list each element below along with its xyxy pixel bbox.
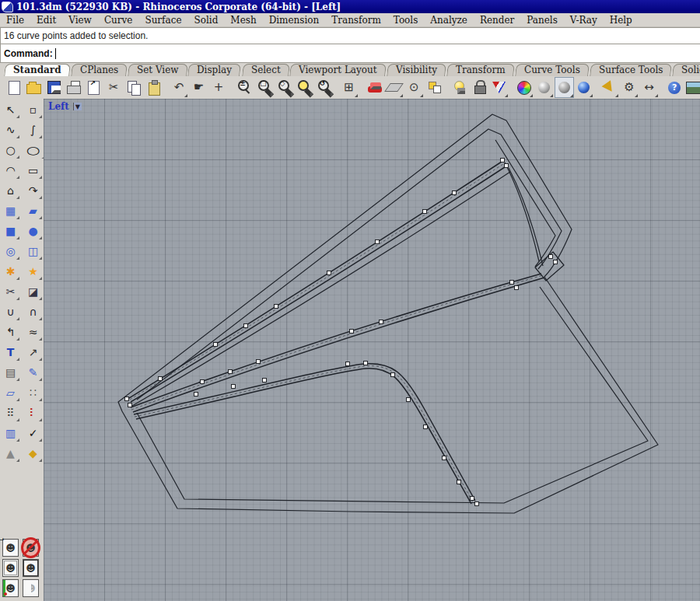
open-file-icon[interactable] — [25, 77, 44, 98]
menu-panels[interactable]: Panels — [520, 15, 564, 26]
tab-display[interactable]: Display — [188, 64, 242, 76]
command-line[interactable]: Command: — [0, 44, 700, 63]
render-full-icon[interactable] — [575, 77, 594, 98]
lightbulb-icon[interactable] — [450, 77, 469, 98]
control-point[interactable] — [159, 377, 163, 381]
block-icon[interactable]: ▤ — [1, 362, 20, 382]
control-point[interactable] — [364, 362, 368, 365]
render-shaded-icon[interactable] — [555, 77, 574, 98]
control-point[interactable] — [505, 164, 509, 168]
copy-icon[interactable] — [124, 77, 143, 98]
control-point[interactable] — [244, 324, 248, 328]
boolean-union-icon[interactable]: ∪ — [1, 302, 20, 321]
menu-curve[interactable]: Curve — [98, 15, 139, 26]
save-icon[interactable] — [44, 77, 64, 98]
color-wheel-icon[interactable] — [515, 77, 534, 98]
viewport-title[interactable]: Left ▼ — [48, 101, 82, 112]
control-point[interactable] — [214, 343, 218, 347]
left-viewport[interactable]: Left ▼ — [44, 99, 700, 601]
boolean-solid-icon[interactable]: ◫ — [23, 241, 43, 260]
control-point[interactable] — [515, 286, 519, 290]
control-point[interactable] — [232, 385, 236, 389]
set-cplane-icon[interactable] — [384, 77, 404, 98]
pan-hand-icon[interactable]: ☛ — [189, 77, 208, 98]
menu-solid[interactable]: Solid — [188, 15, 225, 26]
cone-icon[interactable]: ◆ — [23, 443, 43, 463]
arc-icon[interactable]: ◠ — [1, 160, 20, 180]
control-point[interactable] — [376, 240, 380, 244]
zoom-window-icon[interactable]: □ — [254, 77, 274, 98]
control-point[interactable] — [424, 425, 428, 429]
tab-viewport-layout[interactable]: Viewport Layout — [290, 64, 387, 76]
check-selection-icon[interactable]: ✓ — [23, 423, 43, 442]
control-point[interactable] — [229, 370, 233, 374]
tab-visibility[interactable]: Visibility — [387, 64, 446, 76]
menu-tools[interactable]: Tools — [387, 15, 425, 26]
polyline-icon[interactable]: ∿ — [1, 120, 20, 139]
control-point[interactable] — [128, 404, 132, 407]
menu-render[interactable]: Render — [474, 15, 520, 26]
blend-curve-icon[interactable]: ↷ — [23, 180, 43, 200]
show-points-icon[interactable]: ☻ — [2, 579, 19, 597]
offset-surface-icon[interactable]: ▱ — [1, 383, 20, 402]
layer-objects-icon[interactable] — [425, 77, 444, 98]
menu-transform[interactable]: Transform — [325, 15, 387, 26]
array-icon[interactable]: ⠿ — [1, 403, 20, 422]
hide-icon[interactable]: ☻ — [23, 539, 39, 557]
control-point[interactable] — [549, 255, 553, 259]
box-icon[interactable]: ■ — [1, 221, 20, 240]
render-wireframe-icon[interactable] — [534, 77, 554, 98]
control-point[interactable] — [453, 191, 457, 195]
control-point[interactable] — [194, 393, 198, 397]
zoom-selected-icon[interactable] — [294, 77, 313, 98]
viewport-dropdown-icon[interactable]: ▼ — [73, 103, 82, 110]
named-view-icon[interactable] — [365, 77, 384, 98]
surface-from-points-icon[interactable]: ▦ — [1, 201, 20, 220]
help-icon[interactable] — [665, 77, 684, 98]
blend-icon[interactable]: ≈ — [23, 322, 43, 341]
zoom-previous-icon[interactable]: ↺ — [314, 77, 334, 98]
fillet-surface-icon[interactable]: ✱ — [1, 261, 20, 281]
sphere-icon[interactable]: ● — [23, 221, 43, 240]
vray-render-icon[interactable] — [600, 77, 619, 98]
zoom-extents-icon[interactable]: ◇ — [275, 77, 294, 98]
trim-icon[interactable]: ✂ — [1, 281, 20, 301]
extract-points-icon[interactable]: ∷ — [23, 383, 43, 402]
control-point[interactable] — [125, 397, 129, 401]
control-point[interactable] — [350, 330, 354, 334]
show-selected-icon[interactable]: ☻ — [23, 559, 39, 577]
viewport-name[interactable]: Left — [48, 101, 69, 112]
rotate-view-icon[interactable]: + — [209, 77, 229, 98]
environment-photo-icon[interactable] — [685, 77, 700, 98]
menu-view[interactable]: View — [62, 15, 98, 26]
cut-icon[interactable]: ✂ — [104, 77, 124, 98]
control-point[interactable] — [275, 305, 278, 309]
explode-icon[interactable]: ★ — [23, 261, 43, 281]
rhino-logo-icon[interactable] — [489, 77, 509, 98]
tab-set-view[interactable]: Set View — [128, 64, 187, 76]
show-icon[interactable]: ☻ — [2, 559, 19, 577]
control-point-curve-icon[interactable]: ∫ — [23, 120, 43, 139]
circle-center-icon[interactable]: ⊙ — [404, 77, 424, 98]
boolean-difference-icon[interactable]: ∩ — [23, 302, 43, 321]
make-2d-icon[interactable]: ✎ — [23, 362, 43, 382]
hide-swap-icon[interactable]: ☻ — [2, 539, 19, 557]
dimension-icon[interactable]: ↔ — [639, 77, 659, 98]
split-icon[interactable]: ◪ — [23, 281, 43, 301]
move-icon[interactable]: ↗ — [23, 342, 43, 362]
circle-icon[interactable]: ○ — [1, 140, 20, 159]
control-point[interactable] — [457, 480, 461, 484]
print-icon[interactable] — [65, 77, 84, 98]
isolate-icon[interactable]: ☻ — [23, 579, 39, 597]
tab-transform[interactable]: Transform — [446, 64, 514, 76]
select-icon[interactable]: ↖ — [1, 100, 20, 119]
new-document-icon[interactable] — [5, 77, 24, 98]
tab-curve-tools[interactable]: Curve Tools — [515, 64, 590, 76]
copy-object-icon[interactable]: ▥ — [1, 423, 20, 442]
control-point[interactable] — [327, 271, 331, 275]
viewport-layout-icon[interactable]: ⊞ — [339, 77, 359, 98]
cylinder-icon[interactable]: ▲ — [1, 443, 20, 463]
tab-select[interactable]: Select — [242, 64, 289, 76]
control-point[interactable] — [501, 159, 505, 162]
patch-surface-icon[interactable]: ▰ — [23, 201, 43, 220]
